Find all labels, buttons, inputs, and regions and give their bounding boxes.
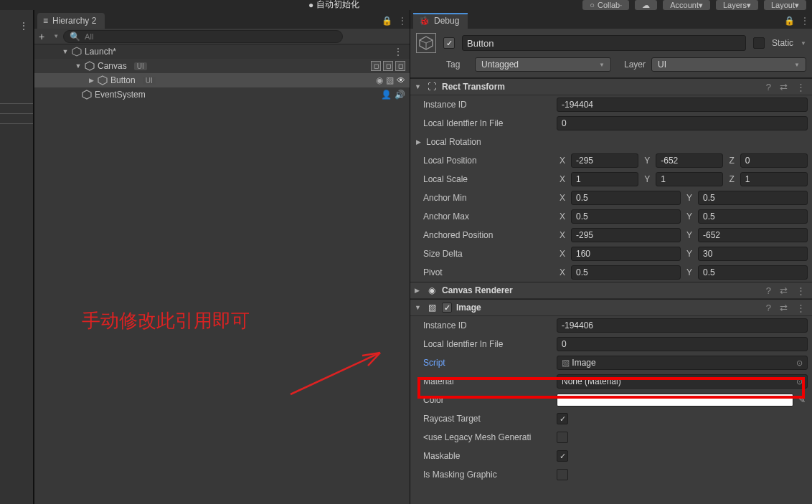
rect-title: Rect Transform [442,82,505,92]
local-ident-field[interactable]: 0 [557,116,808,130]
img-local-ident-row: Local Identfier In File 0 [410,335,812,353]
account-button[interactable]: Account ▾ [663,0,710,10]
inspector-panel: 🐞 Debug 🔒 ⋮ ✓ Button Static ▼ Tag [410,10,812,504]
more-icon[interactable]: ⋮ [19,20,29,32]
image-component-icon: ▧ [426,302,438,313]
preset-icon[interactable]: ⇄ [778,285,790,296]
fold-icon[interactable]: ▶ [88,77,95,84]
scene-row[interactable]: ▼ Launch* ⋮ [34,44,410,59]
image-header[interactable]: ▼ ▧ ✓ Image ? ⇄ ⋮ [410,299,812,316]
fold-icon[interactable]: ▶ [415,287,422,294]
help-icon[interactable]: ? [764,285,773,296]
fold-icon[interactable]: ▼ [75,62,82,70]
search-input[interactable] [85,32,336,41]
more-icon[interactable]: ⋮ [801,16,809,26]
amax-y-field[interactable]: 0.5 [698,209,808,224]
rect-transform-header[interactable]: ▼ ⛶ Rect Transform ? ⇄ ⋮ [410,78,812,95]
pos-z-field[interactable]: 0 [740,153,808,168]
help-icon[interactable]: ? [764,303,773,313]
eventsystem-row[interactable]: EventSystem 👤 🔊 [34,87,410,102]
eventsystem-label: EventSystem [95,90,146,100]
eye-icon[interactable]: 👁 [397,75,405,85]
raycast-checkbox[interactable]: ✓ [557,413,568,424]
img-local-ident-field[interactable]: 0 [557,337,808,351]
instance-id-field[interactable]: -194404 [557,98,808,112]
cloud-button[interactable]: ☁ [635,0,657,10]
object-picker-icon[interactable]: ⊙ [796,377,803,386]
ap-y-field[interactable]: -652 [698,228,808,242]
image-enabled-checkbox[interactable]: ✓ [442,303,452,313]
dot-icon: ● [308,0,313,10]
help-icon[interactable]: ? [764,82,773,92]
scale-z-field[interactable]: 1 [740,172,808,186]
fold-icon[interactable]: ▼ [62,48,69,55]
visibility-icon[interactable]: ◉ [376,75,383,85]
scene-menu-icon[interactable]: ⋮ [394,47,402,57]
menu-icon[interactable]: ⋮ [794,82,808,92]
static-checkbox[interactable] [753,37,765,49]
pos-y-field[interactable]: -652 [656,153,723,168]
scale-y-field[interactable]: 1 [656,172,723,186]
ap-x-field[interactable]: -295 [571,228,681,242]
fold-icon[interactable]: ▼ [415,304,422,311]
gameobject-cube-icon[interactable] [416,33,436,53]
canvas-renderer-component: ▶ ◉ Canvas Renderer ? ⇄ ⋮ [410,282,812,299]
amin-y-field[interactable]: 0.5 [698,191,808,205]
add-dropdown-icon[interactable]: ▼ [53,33,59,39]
lock-icon[interactable]: 🔒 [382,16,392,26]
amax-x-field[interactable]: 0.5 [571,209,681,224]
unity-icon [72,47,82,57]
eyedropper-icon[interactable]: ✎ [796,395,808,405]
hierarchy-search[interactable]: 🔍 [63,30,343,43]
hierarchy-toolbar: + ▼ 🔍 [34,29,410,44]
event-icon: 🔊 [395,90,405,100]
image-icon[interactable]: ▧ [386,75,394,85]
collab-button[interactable]: ○ Collab · [582,0,629,10]
tab-hierarchy[interactable]: ≡ Hierarchy 2 [37,13,105,29]
preset-icon[interactable]: ⇄ [778,82,790,92]
image-title: Image [456,303,481,313]
gameobject-icon [85,61,95,71]
local-ident-row: Local Identfier In File 0 [410,114,812,133]
tab-debug[interactable]: 🐞 Debug [413,13,468,29]
pv-x-field[interactable]: 0.5 [571,265,681,280]
canvas-renderer-header[interactable]: ▶ ◉ Canvas Renderer ? ⇄ ⋮ [410,282,812,299]
img-instance-id-field[interactable]: -194406 [557,318,808,333]
local-rotation-row[interactable]: ▶ Local Rotation [410,133,812,151]
img-script-row: Script ▧ Image ⊙ [410,353,812,372]
fold-icon[interactable]: ▼ [415,83,422,90]
active-checkbox[interactable]: ✓ [443,37,455,49]
more-icon[interactable]: ⋮ [398,16,407,26]
static-dropdown-icon[interactable]: ▼ [801,40,806,47]
maskable-checkbox[interactable]: ✓ [557,450,568,462]
anchor-min-row: Anchor Min X0.5 Y0.5 [410,189,812,207]
layers-button[interactable]: Layers ▾ [716,0,758,10]
tag-dropdown[interactable]: Untagged▼ [475,57,611,72]
scale-x-field[interactable]: 1 [571,172,638,186]
sd-y-field[interactable]: 30 [698,247,808,261]
menu-icon[interactable]: ⋮ [794,285,808,296]
pos-x-field[interactable]: -295 [571,153,638,168]
preset-icon[interactable]: ⇄ [778,303,790,313]
material-field[interactable]: None (Material) ⊙ [557,374,808,389]
color-field[interactable] [557,394,793,406]
layout-button[interactable]: Layout ▾ [764,0,806,10]
amin-x-field[interactable]: 0.5 [571,191,681,205]
menu-icon[interactable]: ⋮ [794,303,808,313]
gameobject-name-field[interactable]: Button [462,35,746,51]
script-field[interactable]: ▧ Image ⊙ [557,356,808,370]
layer-dropdown[interactable]: UI▼ [651,57,806,72]
fold-icon[interactable]: ▶ [415,138,422,146]
canvas-row[interactable]: ▼ Canvas UI ◻◻◻ [34,59,410,73]
object-picker-icon[interactable]: ⊙ [796,358,803,368]
lock-icon[interactable]: 🔒 [784,16,795,26]
tab-hierarchy-label: Hierarchy 2 [52,16,96,26]
add-button[interactable]: + [39,31,49,42]
rect-icon: ⛶ [426,81,438,92]
img-instance-id-row: Instance ID -194406 [410,316,812,335]
button-row[interactable]: ▶ Button UI ◉ ▧ 👁 [34,73,410,87]
sd-x-field[interactable]: 160 [571,247,681,261]
pv-y-field[interactable]: 0.5 [698,265,808,280]
hierarchy-tree: ▼ Launch* ⋮ ▼ Canvas UI ◻◻◻ [34,44,410,504]
svg-marker-1 [85,62,94,70]
